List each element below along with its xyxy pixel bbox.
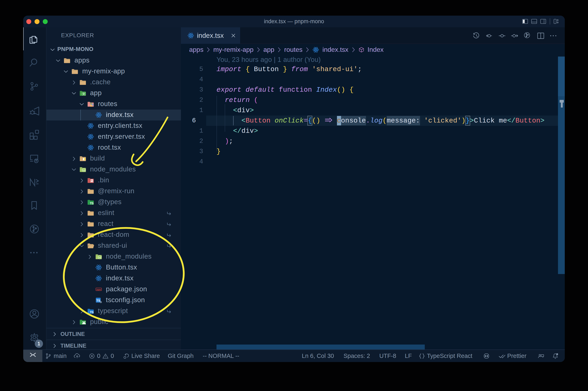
svg-text:TS: TS xyxy=(90,311,94,314)
svg-text:JS: JS xyxy=(83,169,85,171)
svg-text:10: 10 xyxy=(91,181,93,183)
svg-text:npm: npm xyxy=(97,289,101,291)
svg-text:TS: TS xyxy=(90,202,94,205)
svg-text:JS: JS xyxy=(98,256,101,258)
svg-text:TS: TS xyxy=(96,299,100,302)
